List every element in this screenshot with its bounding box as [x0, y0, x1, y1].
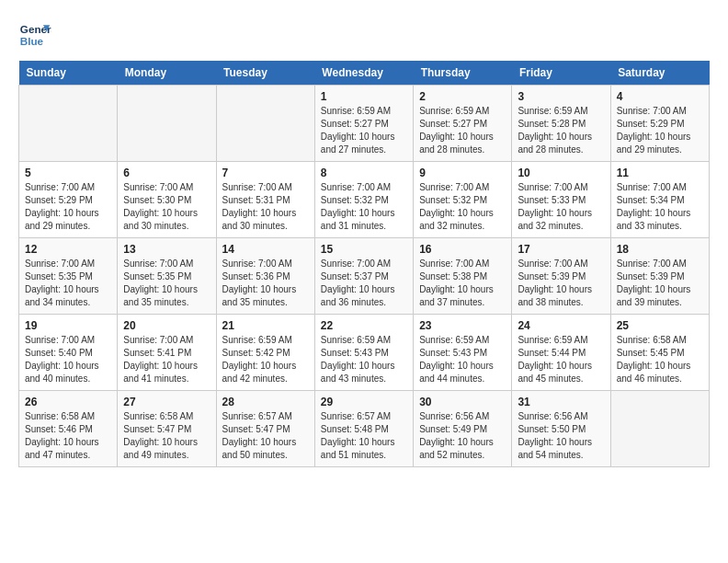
weekday-header-saturday: Saturday — [610, 61, 709, 86]
day-number: 16 — [419, 243, 506, 256]
calendar-cell: 31Sunrise: 6:56 AM Sunset: 5:50 PM Dayli… — [512, 391, 610, 467]
day-info: Sunrise: 6:57 AM Sunset: 5:47 PM Dayligh… — [222, 410, 309, 462]
day-info: Sunrise: 7:00 AM Sunset: 5:29 PM Dayligh… — [617, 105, 703, 156]
calendar-cell: 20Sunrise: 7:00 AM Sunset: 5:41 PM Dayli… — [118, 315, 216, 391]
calendar-cell: 12Sunrise: 7:00 AM Sunset: 5:35 PM Dayli… — [19, 238, 118, 315]
day-info: Sunrise: 7:00 AM Sunset: 5:31 PM Dayligh… — [222, 181, 309, 233]
day-number: 7 — [222, 167, 309, 179]
header: General Blue — [18, 18, 710, 52]
calendar-cell: 7Sunrise: 7:00 AM Sunset: 5:31 PM Daylig… — [216, 162, 314, 238]
calendar-cell: 11Sunrise: 7:00 AM Sunset: 5:34 PM Dayli… — [610, 162, 709, 238]
day-info: Sunrise: 6:56 AM Sunset: 5:49 PM Dayligh… — [419, 410, 506, 462]
logo: General Blue — [18, 18, 55, 52]
calendar-cell: 25Sunrise: 6:58 AM Sunset: 5:45 PM Dayli… — [610, 315, 709, 391]
day-info: Sunrise: 6:59 AM Sunset: 5:42 PM Dayligh… — [222, 334, 309, 385]
day-number: 4 — [617, 90, 703, 103]
calendar-cell — [610, 391, 709, 467]
logo-icon: General Blue — [18, 18, 51, 52]
calendar-cell: 29Sunrise: 6:57 AM Sunset: 5:48 PM Dayli… — [314, 391, 413, 467]
day-number: 26 — [25, 396, 111, 408]
day-number: 30 — [419, 396, 506, 408]
day-info: Sunrise: 7:00 AM Sunset: 5:37 PM Dayligh… — [321, 258, 407, 309]
calendar-cell: 21Sunrise: 6:59 AM Sunset: 5:42 PM Dayli… — [216, 315, 314, 391]
day-info: Sunrise: 6:58 AM Sunset: 5:46 PM Dayligh… — [25, 410, 111, 462]
day-info: Sunrise: 6:56 AM Sunset: 5:50 PM Dayligh… — [518, 410, 604, 462]
day-number: 1 — [321, 90, 407, 103]
calendar-table: SundayMondayTuesdayWednesdayThursdayFrid… — [18, 61, 710, 467]
calendar-cell: 5Sunrise: 7:00 AM Sunset: 5:29 PM Daylig… — [19, 162, 118, 238]
day-info: Sunrise: 6:59 AM Sunset: 5:43 PM Dayligh… — [419, 334, 506, 385]
day-info: Sunrise: 6:59 AM Sunset: 5:27 PM Dayligh… — [321, 105, 407, 156]
calendar-cell: 13Sunrise: 7:00 AM Sunset: 5:35 PM Dayli… — [118, 238, 216, 315]
day-info: Sunrise: 6:59 AM Sunset: 5:28 PM Dayligh… — [518, 105, 604, 156]
day-number: 19 — [25, 319, 111, 332]
day-info: Sunrise: 7:00 AM Sunset: 5:32 PM Dayligh… — [419, 181, 506, 233]
calendar-cell: 3Sunrise: 6:59 AM Sunset: 5:28 PM Daylig… — [512, 86, 610, 162]
day-number: 11 — [617, 167, 703, 179]
calendar-cell: 4Sunrise: 7:00 AM Sunset: 5:29 PM Daylig… — [610, 86, 709, 162]
weekday-header-monday: Monday — [118, 61, 216, 86]
calendar-cell — [216, 86, 314, 162]
day-number: 18 — [617, 243, 703, 256]
day-info: Sunrise: 7:00 AM Sunset: 5:32 PM Dayligh… — [321, 181, 407, 233]
day-number: 20 — [123, 319, 210, 332]
calendar-cell: 19Sunrise: 7:00 AM Sunset: 5:40 PM Dayli… — [19, 315, 118, 391]
calendar-cell: 30Sunrise: 6:56 AM Sunset: 5:49 PM Dayli… — [414, 391, 512, 467]
day-number: 28 — [222, 396, 309, 408]
calendar-cell: 8Sunrise: 7:00 AM Sunset: 5:32 PM Daylig… — [314, 162, 413, 238]
calendar-week-row: 5Sunrise: 7:00 AM Sunset: 5:29 PM Daylig… — [19, 162, 710, 238]
day-number: 5 — [25, 167, 111, 179]
day-number: 17 — [518, 243, 604, 256]
calendar-cell: 14Sunrise: 7:00 AM Sunset: 5:36 PM Dayli… — [216, 238, 314, 315]
calendar-week-row: 1Sunrise: 6:59 AM Sunset: 5:27 PM Daylig… — [19, 86, 710, 162]
day-info: Sunrise: 7:00 AM Sunset: 5:41 PM Dayligh… — [123, 334, 210, 385]
day-number: 27 — [123, 396, 210, 408]
day-number: 24 — [518, 319, 604, 332]
day-number: 25 — [617, 319, 703, 332]
day-number: 8 — [321, 167, 407, 179]
day-number: 21 — [222, 319, 309, 332]
day-number: 31 — [518, 396, 604, 408]
day-info: Sunrise: 6:58 AM Sunset: 5:45 PM Dayligh… — [617, 334, 703, 385]
day-number: 10 — [518, 167, 604, 179]
day-number: 9 — [419, 167, 506, 179]
day-number: 15 — [321, 243, 407, 256]
calendar-cell: 28Sunrise: 6:57 AM Sunset: 5:47 PM Dayli… — [216, 391, 314, 467]
day-info: Sunrise: 7:00 AM Sunset: 5:34 PM Dayligh… — [617, 181, 703, 233]
calendar-cell: 24Sunrise: 6:59 AM Sunset: 5:44 PM Dayli… — [512, 315, 610, 391]
day-number: 29 — [321, 396, 407, 408]
calendar-cell: 18Sunrise: 7:00 AM Sunset: 5:39 PM Dayli… — [610, 238, 709, 315]
calendar-cell: 26Sunrise: 6:58 AM Sunset: 5:46 PM Dayli… — [19, 391, 118, 467]
calendar-cell: 9Sunrise: 7:00 AM Sunset: 5:32 PM Daylig… — [414, 162, 512, 238]
calendar-week-row: 12Sunrise: 7:00 AM Sunset: 5:35 PM Dayli… — [19, 238, 710, 315]
calendar-cell: 6Sunrise: 7:00 AM Sunset: 5:30 PM Daylig… — [118, 162, 216, 238]
calendar-cell: 16Sunrise: 7:00 AM Sunset: 5:38 PM Dayli… — [414, 238, 512, 315]
day-number: 14 — [222, 243, 309, 256]
day-info: Sunrise: 7:00 AM Sunset: 5:30 PM Dayligh… — [123, 181, 210, 233]
day-number: 23 — [419, 319, 506, 332]
day-info: Sunrise: 7:00 AM Sunset: 5:35 PM Dayligh… — [25, 258, 111, 309]
calendar-cell: 1Sunrise: 6:59 AM Sunset: 5:27 PM Daylig… — [314, 86, 413, 162]
day-info: Sunrise: 6:59 AM Sunset: 5:27 PM Dayligh… — [419, 105, 506, 156]
day-number: 2 — [419, 90, 506, 103]
calendar-cell — [118, 86, 216, 162]
day-info: Sunrise: 7:00 AM Sunset: 5:39 PM Dayligh… — [617, 258, 703, 309]
day-info: Sunrise: 7:00 AM Sunset: 5:33 PM Dayligh… — [518, 181, 604, 233]
weekday-header-tuesday: Tuesday — [216, 61, 314, 86]
day-info: Sunrise: 7:00 AM Sunset: 5:38 PM Dayligh… — [419, 258, 506, 309]
day-info: Sunrise: 7:00 AM Sunset: 5:40 PM Dayligh… — [25, 334, 111, 385]
day-number: 13 — [123, 243, 210, 256]
day-number: 3 — [518, 90, 604, 103]
day-number: 6 — [123, 167, 210, 179]
calendar-cell: 2Sunrise: 6:59 AM Sunset: 5:27 PM Daylig… — [414, 86, 512, 162]
calendar-week-row: 19Sunrise: 7:00 AM Sunset: 5:40 PM Dayli… — [19, 315, 710, 391]
weekday-header-sunday: Sunday — [19, 61, 118, 86]
weekday-header-friday: Friday — [512, 61, 610, 86]
day-info: Sunrise: 6:57 AM Sunset: 5:48 PM Dayligh… — [321, 410, 407, 462]
day-info: Sunrise: 7:00 AM Sunset: 5:29 PM Dayligh… — [25, 181, 111, 233]
day-info: Sunrise: 6:59 AM Sunset: 5:44 PM Dayligh… — [518, 334, 604, 385]
day-info: Sunrise: 7:00 AM Sunset: 5:39 PM Dayligh… — [518, 258, 604, 309]
weekday-header-wednesday: Wednesday — [314, 61, 413, 86]
calendar-cell: 23Sunrise: 6:59 AM Sunset: 5:43 PM Dayli… — [414, 315, 512, 391]
calendar-cell: 10Sunrise: 7:00 AM Sunset: 5:33 PM Dayli… — [512, 162, 610, 238]
